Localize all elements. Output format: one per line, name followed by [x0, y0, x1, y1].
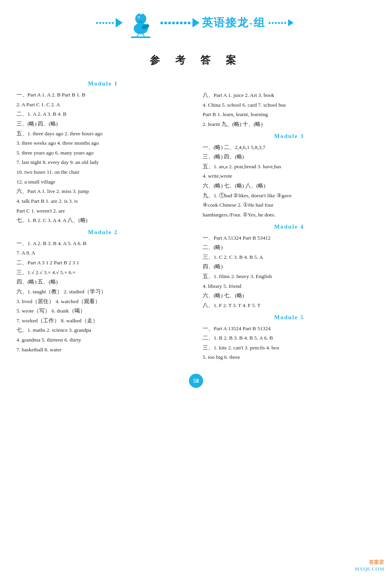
- answer-line: 7. basketball 8. water: [16, 345, 190, 355]
- answer-line: 五、1. films 2. heavy 3. English: [202, 272, 376, 281]
- svg-line-8: [143, 34, 145, 37]
- answer-line: 4. library 5. friend: [202, 282, 376, 291]
- answer-line: 2. learnt 九、(略) 十、(略): [202, 120, 376, 129]
- answer-line: 3. three weeks ago 4. three months ago: [16, 138, 190, 148]
- answer-line: 4. write,wrote: [202, 171, 376, 181]
- module3-title: Module 3: [202, 133, 376, 140]
- answer-line: 三、1. kite 2. can't 3. pencils 4. box: [202, 343, 376, 353]
- answer-line: 四、(略): [202, 262, 376, 271]
- answer-line: 10. two buses 11. on the chair: [16, 167, 190, 177]
- dot: [180, 22, 183, 24]
- dot: [105, 22, 107, 24]
- dot: [188, 22, 191, 24]
- right-column: 八、Part A 1. juice 2. Art 3. book 4. Chin…: [202, 76, 376, 364]
- module5-title: Module 5: [202, 314, 376, 321]
- answer-line: 4. China 5. school 6. card 7. school bus: [202, 100, 376, 110]
- dot: [99, 22, 101, 24]
- answer-line: 三、1.√ 2.√ 3.× 4.√ 5.× 6.×: [16, 268, 190, 277]
- right-decoration: [269, 19, 294, 26]
- answer-line: 3. lived（居住） 4. watched（观看）: [16, 297, 190, 306]
- answer-line: Part C 1. weren't 2. are: [16, 206, 190, 216]
- answer-line: 五、1. three days ago 2. three hours ago: [16, 129, 190, 138]
- book-title: 英语接龙-组: [202, 15, 265, 30]
- answer-line: Part B 1. learn, learnt, learning: [202, 110, 376, 119]
- module1-section: 一、Part A 1. A 2. B Part B 1. B 2. A Part…: [16, 90, 190, 225]
- answer-line: 2. A Part C 1. C 2. A: [16, 100, 190, 109]
- arrow-icon: [116, 18, 123, 27]
- dot: [272, 22, 274, 24]
- module4-section: 一、Part A 51324 Part B 53412 二、(略) 三、1. C…: [202, 233, 376, 310]
- answer-line: 12. a small village: [16, 177, 190, 187]
- svg-rect-9: [131, 36, 151, 38]
- answer-line: 一、Part A 51324 Part B 53412: [202, 233, 376, 243]
- module4-title: Module 4: [202, 224, 376, 230]
- answer-line: 一、(略) 二、2,4,6,1 5,8,3,7: [202, 143, 376, 152]
- answer-line: 六、1. taught（教） 2. studied（学习）: [16, 287, 190, 296]
- answer-line: 八、Part A 1. juice 2. Art 3. book: [202, 91, 376, 100]
- svg-text:★: ★: [139, 11, 143, 16]
- answer-line: 7. last night 8. every day 9. an old lad…: [16, 158, 190, 167]
- content-area: Module 1 一、Part A 1. A 2. B Part B 1. B …: [0, 76, 392, 364]
- answer-line: ④cook Chinese 2. ①He had four: [202, 200, 376, 210]
- answer-line: 二、(略): [202, 243, 376, 252]
- dot: [278, 22, 280, 24]
- answer-line: hamburgers./Four. ②Yes, he does.: [202, 210, 376, 220]
- answer-line: 二、1. B 2. B 3. B 4. B 5. A 6. B: [202, 333, 376, 343]
- dot: [275, 22, 277, 24]
- answer-line: 4. talk Part B 1. are 2. is 3. is: [16, 196, 190, 206]
- left-decoration: [96, 18, 123, 27]
- answer-line: 7. worked（工作） 8. walked（走）: [16, 316, 190, 325]
- module2-section: 一、1. A 2. B 3. B 4. A 5. A 6. B 7. A 8. …: [16, 239, 190, 355]
- dot: [102, 22, 104, 24]
- answer-line: 六、(略) 七、(略): [202, 291, 376, 300]
- dot: [109, 22, 111, 24]
- answer-line: 六、Part A 1. live 2. miss 3. jump: [16, 187, 190, 196]
- answer-line: 三、(略) 四、(略): [16, 119, 190, 129]
- dot: [281, 22, 283, 24]
- answer-line: 二、1. A 2. A 3. B 4. B: [16, 109, 190, 119]
- answer-line: 5. too big 6. three: [202, 353, 376, 362]
- module2-title: Module 2: [16, 229, 190, 236]
- module1-title: Module 1: [16, 80, 190, 87]
- page-number-area: 58: [0, 374, 392, 388]
- dot: [96, 22, 98, 24]
- middle-decoration: [160, 18, 200, 27]
- svg-point-3: [138, 17, 140, 18]
- header: ★ 英语接龙-组: [0, 0, 392, 42]
- dot: [184, 22, 187, 24]
- watermark-bottom: MXQE.COM: [355, 566, 384, 572]
- svg-marker-5: [134, 19, 136, 21]
- answer-line: 三、1. C 2. C 3. B 4. B 5. A: [202, 253, 376, 262]
- page-title: 参 考 答 案: [0, 53, 392, 67]
- answer-line: 5. three years ago 6. many years ago: [16, 148, 190, 158]
- dot: [164, 22, 167, 24]
- answer-line: 二、Part A 3 1 2 Part B 2 3 1: [16, 258, 190, 267]
- watermark: 答案君 MXQE.COM: [355, 559, 384, 572]
- dot: [172, 22, 175, 24]
- mascot-image: ★: [125, 7, 156, 38]
- module1-right-section: 八、Part A 1. juice 2. Art 3. book 4. Chin…: [202, 91, 376, 129]
- module5-section: 一、Part A 13524 Part B 51324 二、1. B 2. B …: [202, 324, 376, 362]
- dot: [160, 22, 163, 24]
- answer-line: 一、Part A 1. A 2. B Part B 1. B: [16, 90, 190, 100]
- answer-line: 7. A 8. A: [16, 248, 190, 258]
- answer-line: 七、1. B 2. C 3. A 4. A 八、(略): [16, 216, 190, 225]
- module3-section: 一、(略) 二、2,4,6,1 5,8,3,7 三、(略) 四、(略) 五、1.…: [202, 143, 376, 220]
- answer-line: 4. grandma 5. thirteen 6. thirty: [16, 335, 190, 345]
- svg-line-7: [137, 34, 139, 37]
- arrow-icon: [192, 18, 200, 27]
- arrow-icon: [288, 19, 294, 26]
- dot: [168, 22, 171, 24]
- answer-line: 七、1. maths 2. science 3. grandpa: [16, 325, 190, 335]
- answer-line: 六、(略) 七、(略) 八、(略): [202, 181, 376, 191]
- answer-line: 三、(略) 四、(略): [202, 152, 376, 162]
- answer-line: 5. wrote（写） 6. drank（喝）: [16, 306, 190, 316]
- answer-line: 一、1. A 2. B 3. B 4. A 5. A 6. B: [16, 239, 190, 248]
- answer-line: 八、1. F 2. T 3. T 4. F 5. T: [202, 301, 376, 310]
- watermark-top: 答案君: [355, 559, 384, 566]
- left-column: Module 1 一、Part A 1. A 2. B Part B 1. B …: [16, 76, 190, 364]
- answer-line: 九、1. ①had ②likes, doesn't like ③gave: [202, 191, 376, 200]
- page-number: 58: [189, 374, 203, 388]
- answer-line: 四、(略) 五、(略): [16, 277, 190, 287]
- answer-line: 一、Part A 13524 Part B 51324: [202, 324, 376, 333]
